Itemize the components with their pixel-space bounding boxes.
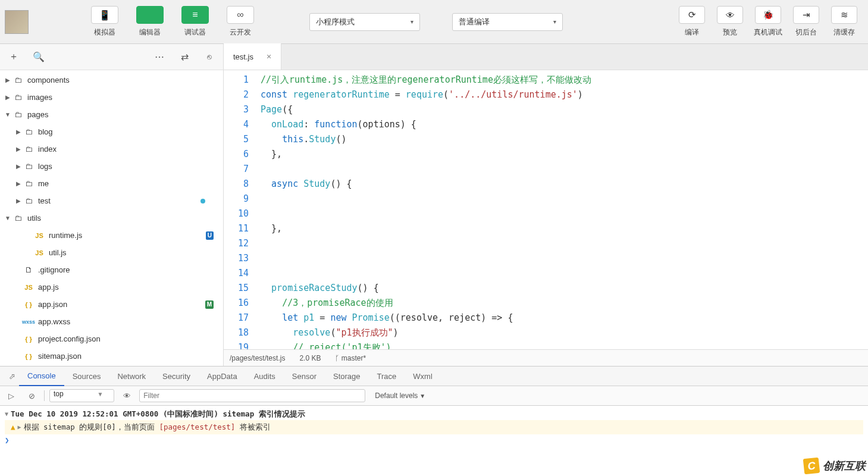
toolbar-清缓存[interactable]: ≋清缓存: [825, 6, 863, 37]
folder-icon: 🗀: [23, 196, 35, 205]
toolbar-调试器[interactable]: ≡调试器: [173, 4, 218, 40]
folder-icon: 🗀: [23, 127, 35, 136]
status-branch[interactable]: ᚴ master*: [335, 354, 366, 362]
add-file-button[interactable]: ＋: [5, 48, 23, 66]
context-select[interactable]: top ▼: [49, 389, 114, 402]
tree-components[interactable]: ▶🗀components: [0, 71, 223, 89]
folder-icon: 🗀: [12, 214, 24, 223]
tool-label: 编译: [685, 27, 699, 37]
modified-dot-icon: [200, 199, 205, 203]
log-levels-dropdown[interactable]: Default levels▼: [375, 392, 425, 400]
log-line-warn[interactable]: ▲ ▶ 根据 sitemap 的规则[0]，当前页面 [pages/test/t…: [5, 420, 863, 434]
tool-icon: 📱: [91, 6, 118, 24]
compile-dropdown-label: 普通编译: [459, 17, 490, 27]
devtab-audits[interactable]: Audits: [246, 367, 284, 386]
tree-caret-icon: ▼: [4, 111, 12, 118]
mode-dropdown[interactable]: 小程序模式 ▾: [309, 13, 420, 31]
more-button[interactable]: ⋯: [151, 48, 168, 66]
tree-label: pages: [27, 110, 48, 119]
live-expression-icon[interactable]: 👁: [119, 389, 134, 403]
folder-icon: 🗀: [23, 179, 35, 188]
tree-me[interactable]: ▶🗀me: [0, 175, 223, 192]
code-content[interactable]: //引入runtime.js，注意这里的regeneratorRuntime必须…: [256, 70, 868, 349]
compile-dropdown[interactable]: 普通编译 ▾: [452, 13, 563, 31]
caret-down-icon: ▾: [401, 18, 413, 25]
tool-label: 真机调试: [754, 27, 782, 37]
tree-index[interactable]: ▶🗀index: [0, 140, 223, 158]
collapse-button[interactable]: ⇄: [176, 48, 193, 66]
tree-.gitignore[interactable]: 🗋.gitignore: [0, 261, 223, 278]
tool-icon: [136, 6, 164, 24]
editor-tabs: test.js ×: [224, 44, 868, 70]
toolbar-真机调试[interactable]: 🐞真机调试: [749, 6, 787, 37]
git-badge: M: [205, 300, 214, 309]
caret-down-icon: ▾: [544, 18, 556, 25]
status-size: 2.0 KB: [299, 354, 321, 362]
tab-test-js[interactable]: test.js ×: [224, 43, 281, 70]
log-line-header[interactable]: ▼ Tue Dec 10 2019 12:52:01 GMT+0800 (中国标…: [5, 408, 863, 420]
tree-caret-icon: ▶: [4, 77, 12, 83]
devtab-wxml[interactable]: Wxml: [405, 367, 441, 386]
devtab-security[interactable]: Security: [154, 367, 199, 386]
tool-label: 模拟器: [94, 27, 115, 37]
tree-runtime.js[interactable]: JSruntime.jsU: [0, 227, 223, 244]
tree-project.config.json[interactable]: { }project.config.json: [0, 330, 223, 347]
tree-pages[interactable]: ▼🗀pages: [0, 106, 223, 123]
status-path: /pages/test/test.js: [230, 354, 285, 362]
devtab-appdata[interactable]: AppData: [199, 367, 246, 386]
toolbar-预览[interactable]: 👁预览: [711, 6, 749, 37]
tree-utils[interactable]: ▼🗀utils: [0, 209, 223, 227]
tool-icon: ⟳: [679, 6, 705, 24]
devtab-console[interactable]: Console: [19, 367, 64, 386]
code-area[interactable]: 12345678910111213141516171819 //引入runtim…: [224, 70, 868, 349]
inspect-element-icon[interactable]: ⬀: [5, 372, 19, 381]
play-icon[interactable]: ▷: [4, 389, 19, 403]
collapse-icon[interactable]: ▼: [5, 408, 8, 420]
editor-statusbar: /pages/test/test.js 2.0 KB ᚴ master*: [224, 349, 868, 366]
tree-images[interactable]: ▶🗀images: [0, 89, 223, 106]
toolbar-编译[interactable]: ⟳编译: [673, 6, 711, 37]
tab-label: test.js: [233, 52, 253, 61]
console-filter-input[interactable]: [139, 389, 365, 402]
devtab-trace[interactable]: Trace: [369, 367, 405, 386]
expand-icon[interactable]: ▶: [18, 421, 21, 433]
search-button[interactable]: 🔍: [30, 48, 48, 66]
avatar[interactable]: [5, 10, 29, 34]
toolbar-切后台[interactable]: ⇥切后台: [787, 6, 825, 37]
tree-sitemap.json[interactable]: { }sitemap.json: [0, 347, 223, 365]
tree-util.js[interactable]: JSutil.js: [0, 244, 223, 261]
close-icon[interactable]: ×: [267, 52, 271, 61]
json-icon: { }: [23, 336, 35, 343]
devtab-network[interactable]: Network: [109, 367, 154, 386]
tree-test[interactable]: ▶🗀test: [0, 192, 223, 209]
clear-console-icon[interactable]: ⊘: [24, 389, 39, 403]
tree-label: logs: [38, 162, 52, 171]
toolbar-编辑器[interactable]: 编辑器: [127, 4, 173, 40]
tool-label: 预览: [723, 27, 737, 37]
tree-caret-icon: ▶: [14, 163, 23, 170]
tree-app.js[interactable]: JSapp.js: [0, 278, 223, 296]
folder-icon: 🗀: [12, 76, 24, 84]
tree-caret-icon: ▶: [14, 180, 23, 187]
settings-button[interactable]: ⎋: [200, 48, 218, 66]
tree-caret-icon: ▶: [14, 146, 23, 152]
devtab-sources[interactable]: Sources: [64, 367, 109, 386]
watermark: C 创新互联: [804, 458, 866, 474]
devtab-sensor[interactable]: Sensor: [284, 367, 325, 386]
tree-logs[interactable]: ▶🗀logs: [0, 158, 223, 175]
tree-caret-icon: ▶: [14, 129, 23, 135]
tree-app.wxss[interactable]: wxssapp.wxss: [0, 313, 223, 330]
tree-label: sitemap.json: [38, 352, 82, 361]
js-icon: JS: [23, 284, 35, 291]
devtab-storage[interactable]: Storage: [325, 367, 369, 386]
devtools-tabs: ⬀ ConsoleSourcesNetworkSecurityAppDataAu…: [0, 367, 868, 386]
tree-label: components: [27, 76, 70, 84]
tool-label: 编辑器: [139, 27, 161, 37]
console-prompt[interactable]: ❯: [5, 434, 863, 446]
console-output: ▼ Tue Dec 10 2019 12:52:01 GMT+0800 (中国标…: [0, 406, 868, 449]
tree-blog[interactable]: ▶🗀blog: [0, 123, 223, 140]
tree-app.json[interactable]: { }app.jsonM: [0, 296, 223, 313]
toolbar-云开发[interactable]: ∞云开发: [218, 4, 263, 40]
wxss-icon: wxss: [23, 319, 35, 325]
toolbar-模拟器[interactable]: 📱模拟器: [82, 4, 127, 40]
